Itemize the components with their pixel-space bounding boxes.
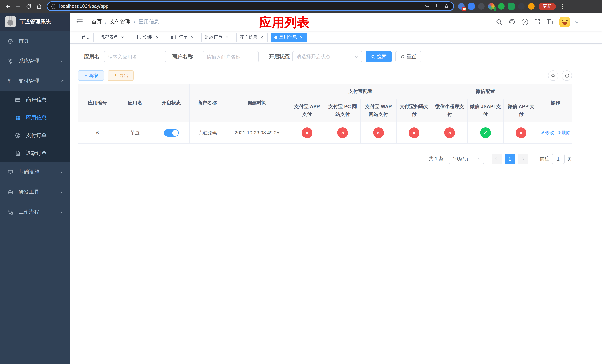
address-bar[interactable]: i localhost:1024/pay/app	[47, 1, 454, 11]
browser-back-icon[interactable]	[3, 1, 13, 11]
page-1-button[interactable]: 1	[505, 154, 515, 164]
tab-close-icon[interactable]: ×	[190, 35, 195, 40]
breadcrumb-home[interactable]: 首页	[91, 19, 102, 25]
sidebar-logo: 芋道管理系统	[0, 13, 70, 31]
cell-app-id: 6	[78, 122, 117, 143]
extension-globe-icon[interactable]	[478, 3, 485, 10]
sidebar-item-refund-order[interactable]: 退款订单	[0, 144, 70, 162]
avatar-caret-icon[interactable]	[575, 20, 579, 23]
pagination-total: 共 1 条	[429, 156, 443, 162]
chrome-menu-icon[interactable]: ⋮	[559, 3, 565, 9]
yen-icon: ¥	[7, 78, 16, 85]
col-app-id: 应用编号	[78, 84, 117, 122]
user-avatar[interactable]	[559, 16, 570, 27]
search-icon	[371, 54, 375, 59]
sidebar-collapse-icon[interactable]	[76, 18, 83, 26]
github-icon[interactable]	[509, 18, 516, 25]
sidebar-item-system[interactable]: 系统管理	[0, 51, 70, 71]
tab-home[interactable]: 首页	[78, 32, 94, 42]
sidebar-item-infrastructure[interactable]: 基础设施	[0, 162, 70, 182]
sidebar-item-home[interactable]: 首页	[0, 31, 70, 51]
download-icon	[113, 73, 118, 78]
cell-alipay-app: ×	[289, 122, 325, 143]
extension-tampermonkey-icon[interactable]: 1	[488, 3, 495, 10]
sidebar-item-workflow[interactable]: 工作流程	[0, 202, 70, 222]
next-page-button[interactable]	[517, 154, 528, 164]
sidebar-item-app-info[interactable]: 应用信息	[0, 109, 70, 127]
disabled-status-icon: ×	[516, 127, 527, 138]
chevron-down-icon	[478, 157, 481, 160]
extension-translate-icon[interactable]: 10	[458, 3, 465, 10]
app-name-input[interactable]	[104, 51, 166, 62]
disabled-status-icon: ×	[409, 127, 419, 138]
browser-chrome: i localhost:1024/pay/app 10 1 更新 ⋮	[0, 0, 602, 13]
sidebar-item-dev-tools[interactable]: 研发工具	[0, 182, 70, 202]
cell-alipay-wap: ×	[360, 122, 396, 143]
search-icon	[551, 73, 556, 78]
page-size-select[interactable]: 10条/页	[449, 154, 484, 164]
tab-close-icon[interactable]: ×	[155, 35, 160, 40]
search-button[interactable]: 搜索	[366, 51, 392, 62]
tab-close-icon[interactable]: ×	[224, 35, 230, 40]
search-icon[interactable]	[496, 18, 503, 25]
browser-reload-icon[interactable]	[24, 1, 33, 11]
delete-link[interactable]: 删除	[557, 130, 571, 136]
col-created: 创建时间	[225, 84, 289, 122]
extension-chat-icon[interactable]	[508, 3, 515, 10]
filter-form: 应用名 商户名称 开启状态 请选择开启状态 搜索 重置	[84, 51, 578, 62]
tab-merchant-info[interactable]: 商户信息 ×	[236, 32, 268, 42]
chrome-update-button[interactable]: 更新	[539, 2, 556, 10]
sidebar-item-payment[interactable]: ¥ 支付管理	[0, 71, 70, 91]
extension-check-icon[interactable]	[498, 3, 505, 10]
credit-card-icon	[15, 97, 24, 103]
fullscreen-icon[interactable]	[534, 18, 541, 25]
monitor-icon	[7, 169, 16, 175]
prev-page-button[interactable]	[492, 154, 502, 164]
browser-home-icon[interactable]	[34, 1, 44, 11]
tab-close-icon[interactable]: ×	[299, 35, 304, 40]
status-toggle[interactable]	[164, 129, 179, 137]
font-size-icon[interactable]: TT	[547, 18, 553, 26]
extension-pinwheel-icon[interactable]	[518, 3, 525, 10]
reset-button[interactable]: 重置	[395, 51, 421, 62]
tab-process-form[interactable]: 流程表单 ×	[97, 32, 129, 42]
add-button-label: 新增	[89, 72, 98, 79]
tab-refund-order[interactable]: 退款订单 ×	[201, 32, 233, 42]
refresh-table-button[interactable]	[562, 70, 572, 81]
tab-app-info[interactable]: 应用信息 ×	[271, 32, 307, 42]
bookmark-star-icon[interactable]	[444, 4, 449, 9]
extension-gem-icon[interactable]	[468, 3, 475, 10]
col-alipay-pc: 支付宝 PC 网站支付	[325, 99, 360, 122]
browser-forward-icon[interactable]	[13, 1, 23, 11]
col-app-name: 应用名	[117, 84, 153, 122]
password-key-icon[interactable]	[424, 4, 429, 9]
share-icon[interactable]	[434, 4, 439, 9]
extension-emoji-icon[interactable]	[528, 3, 535, 10]
refresh-icon	[401, 54, 405, 59]
tab-pay-order[interactable]: 支付订单 ×	[167, 32, 198, 42]
tab-close-icon[interactable]: ×	[259, 35, 264, 40]
table-toolbar: + 新增 导出	[78, 70, 572, 81]
sidebar-item-label: 工作流程	[19, 209, 39, 215]
page-info-icon[interactable]: i	[52, 4, 56, 9]
trash-icon	[557, 131, 561, 135]
sidebar-item-label: 商户信息	[26, 97, 47, 103]
edit-link[interactable]: 修改	[540, 130, 554, 136]
toggle-search-button[interactable]	[548, 70, 558, 81]
help-icon[interactable]: ?	[522, 19, 528, 25]
sidebar-item-merchant-info[interactable]: 商户信息	[0, 91, 70, 109]
tab-user-group[interactable]: 用户分组 ×	[132, 32, 163, 42]
merchant-name-input[interactable]	[203, 51, 259, 62]
status-select-placeholder: 请选择开启状态	[297, 53, 330, 60]
tab-label: 首页	[81, 34, 90, 40]
disabled-status-icon: ×	[373, 127, 384, 138]
export-button[interactable]: 导出	[108, 70, 134, 81]
add-button[interactable]: + 新增	[78, 70, 104, 81]
goto-page-input[interactable]	[552, 154, 565, 164]
logo-avatar	[5, 16, 16, 27]
app-title: 芋道管理系统	[20, 19, 51, 25]
status-select[interactable]: 请选择开启状态	[292, 51, 362, 62]
sidebar-item-pay-order[interactable]: 支付订单	[0, 127, 70, 144]
breadcrumb-payment[interactable]: 支付管理	[110, 19, 130, 25]
tab-close-icon[interactable]: ×	[120, 35, 125, 40]
